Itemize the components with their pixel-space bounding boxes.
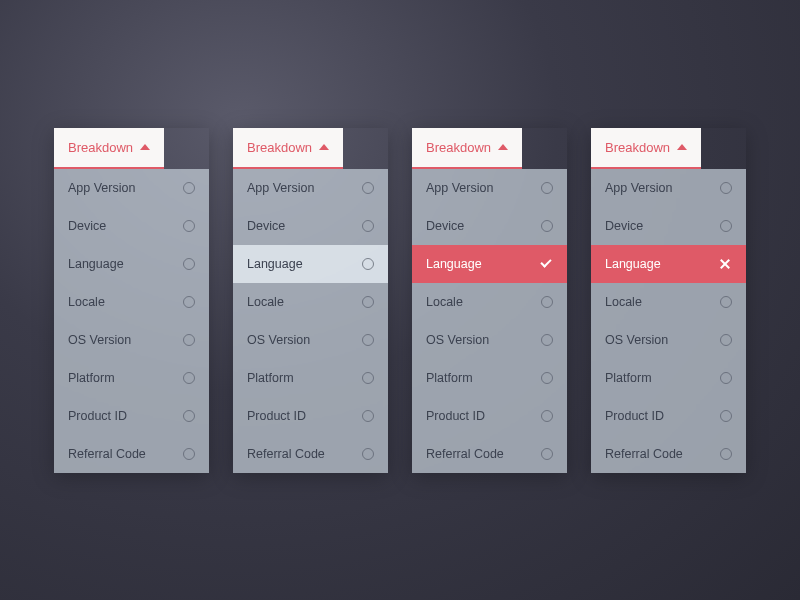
dropdown-list: App VersionDeviceLanguageLocaleOS Versio… <box>233 169 388 473</box>
dropdown-item-label: Product ID <box>426 409 485 423</box>
dropdown-item-label: Referral Code <box>426 447 504 461</box>
dropdown-item[interactable]: Locale <box>591 283 746 321</box>
dropdown-title: Breakdown <box>426 140 491 155</box>
dropdown-item-label: Locale <box>605 295 642 309</box>
dropdown-header[interactable]: Breakdown <box>412 128 522 169</box>
dropdown-item-label: OS Version <box>426 333 489 347</box>
radio-icon <box>362 334 374 346</box>
radio-icon <box>720 296 732 308</box>
dropdown-item[interactable]: Referral Code <box>54 435 209 473</box>
dropdown-item[interactable]: Language <box>54 245 209 283</box>
radio-icon <box>362 372 374 384</box>
dropdown-item[interactable]: Referral Code <box>233 435 388 473</box>
dropdown-item[interactable]: Referral Code <box>591 435 746 473</box>
dropdown-header[interactable]: Breakdown <box>54 128 164 169</box>
dropdown-item[interactable]: Language <box>591 245 746 283</box>
dropdown-item-label: Device <box>605 219 643 233</box>
dropdown-item[interactable]: Product ID <box>54 397 209 435</box>
dropdown-title: Breakdown <box>247 140 312 155</box>
dropdown-item-label: Referral Code <box>68 447 146 461</box>
dropdown-header[interactable]: Breakdown <box>233 128 343 169</box>
radio-icon <box>362 220 374 232</box>
dropdown-title: Breakdown <box>605 140 670 155</box>
dropdown-item-label: App Version <box>605 181 672 195</box>
dropdown-item[interactable]: App Version <box>54 169 209 207</box>
dropdown-item-label: Locale <box>247 295 284 309</box>
dropdown-item-label: Device <box>68 219 106 233</box>
close-icon[interactable] <box>718 257 732 271</box>
dropdown-item[interactable]: App Version <box>591 169 746 207</box>
chevron-up-icon <box>140 144 150 150</box>
dropdown-item-label: OS Version <box>605 333 668 347</box>
dropdown-item-label: Platform <box>247 371 294 385</box>
dropdown-item[interactable]: App Version <box>412 169 567 207</box>
dropdown-list: App VersionDeviceLanguageLocaleOS Versio… <box>412 169 567 473</box>
dropdown-item[interactable]: OS Version <box>233 321 388 359</box>
dropdown-item[interactable]: Product ID <box>412 397 567 435</box>
dropdown-item-label: Platform <box>605 371 652 385</box>
check-icon <box>539 257 553 271</box>
dropdown-item[interactable]: Device <box>412 207 567 245</box>
dropdown-header[interactable]: Breakdown <box>591 128 701 169</box>
radio-icon <box>362 296 374 308</box>
dropdown-item-label: Locale <box>68 295 105 309</box>
dropdown-item[interactable]: OS Version <box>591 321 746 359</box>
dropdown-item[interactable]: Locale <box>54 283 209 321</box>
dropdown-item-label: Language <box>605 257 661 271</box>
dropdown-item[interactable]: Locale <box>233 283 388 321</box>
dropdown-item-label: Product ID <box>68 409 127 423</box>
dropdown-item[interactable]: Platform <box>233 359 388 397</box>
radio-icon <box>541 182 553 194</box>
dropdown-title: Breakdown <box>68 140 133 155</box>
dropdown-item-label: Language <box>68 257 124 271</box>
dropdown-item-label: Device <box>426 219 464 233</box>
chevron-up-icon <box>498 144 508 150</box>
radio-icon <box>183 220 195 232</box>
dropdown-item[interactable]: Referral Code <box>412 435 567 473</box>
dropdown-item[interactable]: Language <box>412 245 567 283</box>
dropdown-item[interactable]: Platform <box>591 359 746 397</box>
dropdown-item[interactable]: Device <box>233 207 388 245</box>
radio-icon <box>720 334 732 346</box>
dropdown-item[interactable]: Platform <box>412 359 567 397</box>
radio-icon <box>362 258 374 270</box>
dropdown-item[interactable]: Device <box>54 207 209 245</box>
radio-icon <box>541 220 553 232</box>
dropdown-item-label: Product ID <box>605 409 664 423</box>
dropdown-item[interactable]: Device <box>591 207 746 245</box>
dropdown-item[interactable]: Product ID <box>591 397 746 435</box>
radio-icon <box>541 334 553 346</box>
radio-icon <box>720 448 732 460</box>
dropdown-item-label: Platform <box>426 371 473 385</box>
radio-icon <box>541 410 553 422</box>
breakdown-dropdown: Breakdown App VersionDeviceLanguageLocal… <box>591 128 746 473</box>
radio-icon <box>362 448 374 460</box>
radio-icon <box>183 410 195 422</box>
chevron-up-icon <box>319 144 329 150</box>
dropdown-item[interactable]: OS Version <box>54 321 209 359</box>
dropdown-item[interactable]: Product ID <box>233 397 388 435</box>
dropdown-item-label: Locale <box>426 295 463 309</box>
dropdown-item[interactable]: App Version <box>233 169 388 207</box>
dropdown-item-label: App Version <box>247 181 314 195</box>
dropdown-list: App VersionDeviceLanguageLocaleOS Versio… <box>54 169 209 473</box>
radio-icon <box>541 448 553 460</box>
chevron-up-icon <box>677 144 687 150</box>
dropdown-item-label: App Version <box>426 181 493 195</box>
dropdown-item[interactable]: Platform <box>54 359 209 397</box>
radio-icon <box>362 182 374 194</box>
dropdown-item[interactable]: Language <box>233 245 388 283</box>
radio-icon <box>720 372 732 384</box>
radio-icon <box>183 258 195 270</box>
radio-icon <box>720 410 732 422</box>
dropdown-item-label: Language <box>426 257 482 271</box>
breakdown-dropdown: Breakdown App VersionDeviceLanguageLocal… <box>54 128 209 473</box>
dropdown-item-label: App Version <box>68 181 135 195</box>
dropdown-item[interactable]: OS Version <box>412 321 567 359</box>
radio-icon <box>183 448 195 460</box>
radio-icon <box>183 334 195 346</box>
dropdown-item[interactable]: Locale <box>412 283 567 321</box>
radio-icon <box>362 410 374 422</box>
breakdown-dropdown: Breakdown App VersionDeviceLanguageLocal… <box>412 128 567 473</box>
breakdown-dropdown: Breakdown App VersionDeviceLanguageLocal… <box>233 128 388 473</box>
